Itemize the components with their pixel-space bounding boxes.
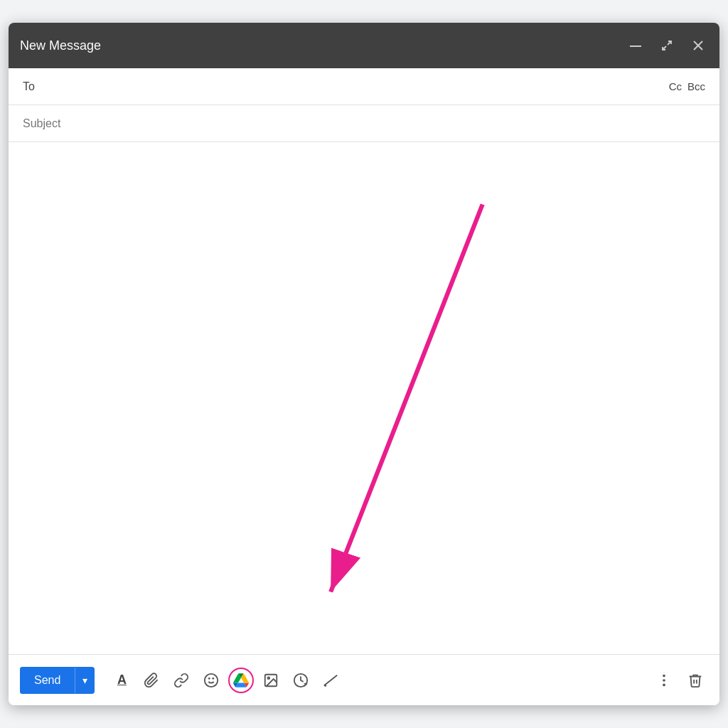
svg-point-11 [268, 677, 270, 679]
minimize-button[interactable] [626, 36, 646, 55]
schedule-icon [293, 673, 309, 688]
compose-toolbar: Send ▾ A [9, 654, 719, 705]
compose-fields: To Cc Bcc [9, 68, 719, 142]
svg-point-15 [663, 679, 665, 682]
svg-line-13 [324, 675, 337, 685]
drive-icon [233, 673, 249, 688]
header-actions [626, 36, 708, 55]
svg-rect-0 [630, 46, 641, 47]
compose-body [9, 142, 719, 654]
subject-input[interactable] [23, 117, 705, 130]
send-arrow-icon: ▾ [82, 675, 87, 686]
send-button[interactable]: Send [20, 667, 75, 694]
attach-icon [144, 673, 159, 688]
cc-button[interactable]: Cc [669, 80, 682, 92]
link-icon [173, 673, 189, 688]
photo-icon [263, 673, 279, 688]
emoji-icon [203, 673, 219, 688]
insert-photo-button[interactable] [258, 668, 284, 693]
compose-header: New Message [9, 23, 719, 68]
svg-point-7 [205, 673, 218, 686]
more-options-button[interactable] [651, 668, 677, 693]
toolbar-icons: A [109, 668, 651, 693]
compose-title: New Message [20, 38, 101, 53]
toolbar-right [651, 668, 708, 693]
drive-button[interactable] [228, 668, 254, 693]
close-button[interactable] [688, 36, 708, 55]
svg-point-16 [663, 683, 665, 686]
subject-row [9, 105, 719, 142]
signature-button[interactable] [318, 668, 343, 693]
formatting-icon: A [117, 673, 127, 687]
body-input[interactable] [23, 151, 705, 646]
emoji-button[interactable] [198, 668, 224, 693]
send-button-group: Send ▾ [20, 667, 95, 694]
send-options-button[interactable]: ▾ [75, 668, 95, 693]
attach-button[interactable] [139, 668, 164, 693]
discard-button[interactable] [682, 668, 708, 693]
compose-window: New Message [9, 23, 719, 705]
to-row: To Cc Bcc [9, 68, 719, 105]
pen-icon [323, 673, 338, 688]
to-input[interactable] [65, 80, 669, 93]
bcc-button[interactable]: Bcc [687, 80, 705, 92]
more-icon [656, 673, 672, 688]
trash-icon [687, 673, 703, 688]
svg-point-14 [663, 674, 665, 677]
formatting-button[interactable]: A [109, 668, 134, 693]
to-label: To [23, 80, 65, 93]
cc-bcc-group: Cc Bcc [669, 80, 705, 92]
link-button[interactable] [168, 668, 194, 693]
expand-button[interactable] [657, 36, 677, 55]
schedule-button[interactable] [288, 668, 314, 693]
